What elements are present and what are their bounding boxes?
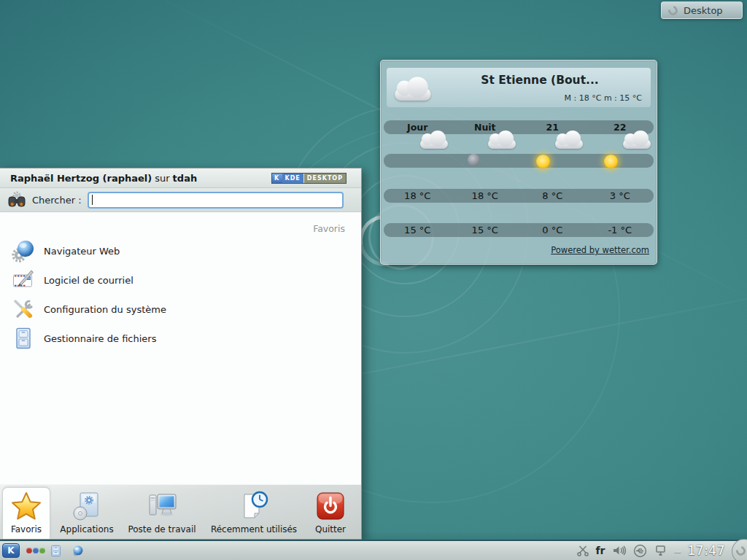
cloudy-weather-icon bbox=[391, 69, 441, 107]
kickoff-conjunction: sur bbox=[155, 173, 169, 184]
night-temp: 15 °C bbox=[384, 223, 452, 237]
search-input[interactable] bbox=[88, 192, 344, 209]
menu-item-mail-client[interactable]: Logiciel de courriel bbox=[7, 265, 314, 295]
web-browser-icon bbox=[71, 545, 84, 557]
activity-dots-icon[interactable] bbox=[26, 548, 46, 553]
bottom-panel: K bbox=[0, 540, 747, 560]
night-temp: -1 °C bbox=[587, 223, 654, 237]
menu-item-file-manager[interactable]: Gestionnaire de fichiers bbox=[7, 324, 314, 353]
tab-computer[interactable]: Poste de travail bbox=[121, 487, 203, 539]
weather-location-title: St Etienne (Bout... bbox=[435, 74, 645, 87]
file-manager-icon bbox=[50, 545, 62, 557]
tab-applications[interactable]: Applications bbox=[54, 487, 120, 539]
menu-item-system-settings[interactable]: Configuration du système bbox=[7, 295, 314, 324]
kickoff-user: Raphaël Hertzog (raphael) bbox=[10, 173, 152, 184]
web-browser-launcher[interactable] bbox=[71, 545, 84, 560]
kde-k-logo: K bbox=[7, 545, 14, 556]
tab-label: Récemment utilisés bbox=[211, 524, 297, 534]
desktop-toolbox-label: Desktop bbox=[684, 5, 723, 16]
panel-toolbox-cashew[interactable] bbox=[732, 539, 747, 560]
menu-item-web-browser[interactable]: Navigateur Web bbox=[7, 236, 314, 265]
kickoff-tab-bar: Favoris Applications bbox=[0, 484, 361, 539]
weather-header: St Etienne (Bout... M : 18 °C m : 15 °C bbox=[387, 68, 651, 107]
search-binoculars-icon bbox=[7, 190, 26, 209]
menu-item-label: Configuration du système bbox=[44, 304, 166, 315]
volume-icon[interactable] bbox=[612, 544, 627, 557]
weather-day-temps-row: 18 °C 18 °C 8 °C 3 °C bbox=[384, 189, 654, 203]
kickoff-launcher-button[interactable]: K bbox=[2, 543, 20, 558]
weather-minmax: M : 18 °C m : 15 °C bbox=[565, 93, 642, 103]
tab-recently-used[interactable]: Récemment utilisés bbox=[204, 487, 303, 539]
day-temp: 3 °C bbox=[587, 189, 654, 203]
kde-logo-icon: K bbox=[272, 174, 282, 183]
day-temp: 18 °C bbox=[452, 189, 519, 203]
text-caret bbox=[92, 195, 93, 205]
digital-clock[interactable]: 17:47 bbox=[688, 543, 726, 558]
weather-credit-link[interactable]: Powered by wetter.com bbox=[551, 245, 649, 255]
weather-condition-row bbox=[384, 154, 654, 168]
star-icon bbox=[10, 490, 42, 522]
plasma-cashew-icon bbox=[666, 4, 679, 17]
weather-column-headers: Jour Nuit 21 22 bbox=[384, 120, 654, 134]
red-dot-icon bbox=[26, 548, 32, 553]
system-tray: fr bbox=[576, 541, 726, 560]
night-temp: 0 °C bbox=[519, 223, 587, 237]
kickoff-favorites-view: Favoris Navigateur Web bbox=[0, 213, 361, 484]
green-dot-icon bbox=[39, 548, 45, 553]
weather-night-temps-row: 15 °C 15 °C 0 °C -1 °C bbox=[384, 223, 654, 237]
tray-expander-arrow[interactable] bbox=[674, 548, 681, 553]
file-manager-launcher[interactable] bbox=[50, 545, 62, 560]
tab-leave[interactable]: Quitter bbox=[305, 487, 356, 539]
favorites-section-label: Favoris bbox=[313, 223, 345, 234]
kickoff-search-row: Chercher : bbox=[0, 188, 361, 212]
night-temp: 15 °C bbox=[452, 223, 519, 237]
applications-box-icon bbox=[71, 490, 103, 522]
badge-desktop-text: DESKTOP bbox=[303, 174, 346, 183]
system-settings-icon bbox=[12, 298, 35, 321]
plasma-cashew-icon bbox=[734, 544, 747, 557]
search-label: Chercher : bbox=[32, 195, 82, 206]
blue-dot-icon bbox=[33, 548, 39, 553]
tab-label: Quitter bbox=[315, 524, 346, 534]
document-clock-icon bbox=[238, 490, 270, 522]
day-temp: 8 °C bbox=[519, 189, 587, 203]
network-monitor-icon[interactable] bbox=[654, 544, 667, 557]
web-browser-icon bbox=[12, 239, 35, 262]
kickoff-menu: Raphaël Hertzog (raphael) sur tdah K KDE… bbox=[0, 168, 362, 540]
tab-label: Poste de travail bbox=[128, 524, 196, 534]
menu-item-label: Logiciel de courriel bbox=[44, 275, 133, 286]
menu-item-label: Navigateur Web bbox=[44, 246, 120, 257]
tab-label: Applications bbox=[60, 524, 113, 534]
kde-desktop-screen: Desktop St Etienne (Bout... M : 18 °C m … bbox=[0, 0, 747, 560]
keyboard-layout-indicator[interactable]: fr bbox=[596, 545, 605, 556]
usb-device-notifier-icon[interactable] bbox=[633, 544, 647, 558]
tab-favorites[interactable]: Favoris bbox=[2, 487, 50, 539]
kickoff-header: Raphaël Hertzog (raphael) sur tdah K KDE… bbox=[0, 168, 361, 188]
weather-widget: St Etienne (Bout... M : 18 °C m : 15 °C … bbox=[380, 60, 657, 265]
tab-label: Favoris bbox=[11, 524, 42, 534]
mail-client-icon bbox=[12, 268, 35, 292]
klipper-scissors-icon[interactable] bbox=[576, 544, 589, 557]
badge-kde-text: KDE bbox=[282, 174, 303, 183]
kickoff-hostname: tdah bbox=[173, 173, 198, 184]
computer-icon bbox=[146, 490, 178, 522]
day-temp: 18 °C bbox=[384, 189, 452, 203]
kde-desktop-badge: K KDE DESKTOP bbox=[271, 173, 347, 184]
menu-item-label: Gestionnaire de fichiers bbox=[44, 333, 156, 344]
power-icon bbox=[314, 490, 347, 522]
desktop-toolbox[interactable]: Desktop bbox=[661, 1, 743, 19]
file-manager-icon bbox=[12, 327, 35, 350]
